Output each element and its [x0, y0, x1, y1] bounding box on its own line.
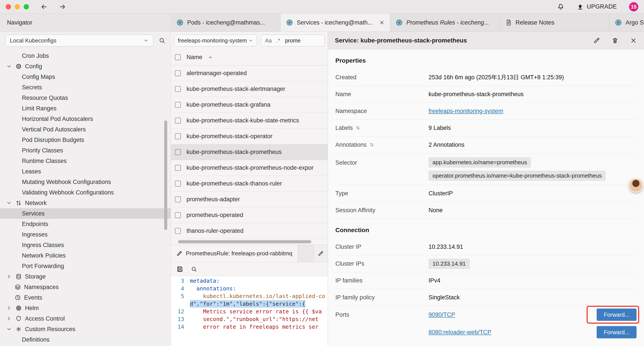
- expand-toggle-icon[interactable]: [356, 125, 360, 130]
- row-checkbox[interactable]: [175, 165, 181, 171]
- tab-pods[interactable]: Pods - icecheng@mathmas...: [171, 13, 280, 31]
- row-checkbox[interactable]: [175, 196, 181, 202]
- sidebar-item-cron-jobs[interactable]: Cron Jobs: [0, 50, 171, 61]
- detail-row-namespace: Namespace freeleaps-monitoring-system: [335, 103, 636, 120]
- editor-line: 14 error rate in freeleaps metrics ser: [171, 323, 328, 331]
- chevron-right-icon: [6, 305, 12, 311]
- sidebar-item-mutating-webhook-configurations[interactable]: Mutating Webhook Configurations: [0, 177, 171, 187]
- table-row[interactable]: kube-prometheus-stack-operator: [171, 129, 328, 144]
- sidebar-search-icon[interactable]: [158, 37, 166, 44]
- sidebar-item-vertical-pod-autoscalers[interactable]: Vertical Pod Autoscalers: [0, 124, 171, 135]
- search-input[interactable]: Aa .* prome: [261, 34, 325, 46]
- row-checkbox[interactable]: [175, 212, 181, 218]
- close-tab-icon[interactable]: [379, 20, 385, 25]
- tab-argo[interactable]: Argo Se: [609, 13, 644, 31]
- close-window-button[interactable]: [6, 4, 11, 9]
- forward-button-8080[interactable]: Forward...: [597, 326, 636, 338]
- forward-icon[interactable]: [59, 3, 66, 10]
- sidebar-item-resource-quotas[interactable]: Resource Quotas: [0, 93, 171, 103]
- sort-ascending-icon[interactable]: [208, 55, 213, 60]
- port-line: 8080:reloader-web/TCP Forward...: [335, 324, 636, 341]
- sidebar-item-label: Secrets: [22, 84, 42, 91]
- sidebar-scrollbar[interactable]: [164, 120, 167, 230]
- kubeconfig-selector-value: Local Kubeconfigs: [10, 37, 56, 44]
- regex-toggle[interactable]: .*: [277, 37, 280, 44]
- sidebar-item-config[interactable]: Config: [0, 61, 171, 72]
- table-row[interactable]: kube-prometheus-stack-kube-state-metrics: [171, 113, 328, 129]
- row-checkbox[interactable]: [175, 70, 181, 76]
- sidebar-item-priority-classes[interactable]: Priority Classes: [0, 145, 171, 156]
- sidebar-item-pod-disruption-budgets[interactable]: Pod Disruption Budgets: [0, 135, 171, 145]
- match-case-toggle[interactable]: Aa: [265, 37, 272, 44]
- port-link-8080[interactable]: 8080:reloader-web/TCP: [428, 329, 492, 336]
- table-row[interactable]: kube-prometheus-stack-alertmanager: [171, 81, 328, 97]
- table-row[interactable]: kube-prometheus-stack-prometheus-node-ex…: [171, 160, 328, 176]
- port-link-9090[interactable]: 9090/TCP: [428, 311, 455, 318]
- horizontal-scrollbar-thumb[interactable]: [178, 240, 311, 243]
- row-checkbox[interactable]: [175, 133, 181, 139]
- line-number: [171, 300, 190, 308]
- tab-prometheus-rules[interactable]: Prometheus Rules - icecheng...: [390, 13, 500, 31]
- edit-pencil-icon[interactable]: [593, 37, 600, 44]
- detail-label: Name: [335, 91, 428, 98]
- sidebar-item-custom-resources[interactable]: Custom Resources: [0, 324, 171, 335]
- sidebar-item-leases[interactable]: Leases: [0, 166, 171, 177]
- tab-services[interactable]: Services - icecheng@math...: [280, 13, 390, 31]
- sidebar-item-secrets[interactable]: Secrets: [0, 82, 171, 93]
- table-row[interactable]: prometheus-adapter: [171, 192, 328, 207]
- select-all-checkbox[interactable]: [175, 54, 181, 60]
- save-icon[interactable]: [176, 266, 183, 273]
- table-row[interactable]: prometheus-operated: [171, 207, 328, 223]
- avatar[interactable]: [629, 178, 643, 193]
- sidebar-item-network[interactable]: Network: [0, 198, 171, 208]
- sidebar-item-events[interactable]: Events: [0, 292, 171, 303]
- table-row[interactable]: kube-prometheus-stack-thanos-ruler: [171, 176, 328, 192]
- sidebar-item-definitions[interactable]: Definitions: [0, 335, 171, 345]
- sidebar-item-helm[interactable]: Helm: [0, 303, 171, 313]
- sidebar-item-network-policies[interactable]: Network Policies: [0, 250, 171, 261]
- table-row[interactable]: alertmanager-operated: [171, 65, 328, 81]
- sidebar-item-endpoints[interactable]: Endpoints: [0, 219, 171, 229]
- sidebar-item-ingresses[interactable]: Ingresses: [0, 229, 171, 240]
- sidebar-item-storage[interactable]: Storage: [0, 271, 171, 282]
- table-row[interactable]: kube-prometheus-stack-grafana: [171, 97, 328, 113]
- tab-release-notes[interactable]: Release Notes: [500, 13, 609, 31]
- namespace-filter-select[interactable]: freeleaps-monitoring-system: [174, 34, 257, 46]
- sidebar-item-ingress-classes[interactable]: Ingress Classes: [0, 240, 171, 250]
- dock-tab-prometheusrule[interactable]: PrometheusRule: freeleaps-prod-rabbitmq: [171, 245, 298, 262]
- upgrade-button[interactable]: UPGRADE: [577, 3, 617, 10]
- row-checkbox[interactable]: [175, 181, 181, 187]
- sidebar-item-validating-webhook-configurations[interactable]: Validating Webhook Configurations: [0, 187, 171, 198]
- table-row-selected[interactable]: kube-prometheus-stack-prometheus: [171, 144, 328, 160]
- row-checkbox[interactable]: [175, 86, 181, 92]
- dock-tab-partial[interactable]: [314, 245, 328, 262]
- kubernetes-icon: [615, 19, 622, 26]
- sidebar-item-services[interactable]: Services: [0, 208, 171, 219]
- sidebar-item-config-maps[interactable]: Config Maps: [0, 72, 171, 82]
- notification-count-badge[interactable]: 15: [629, 2, 638, 11]
- sidebar-item-access-control[interactable]: Access Control: [0, 313, 171, 324]
- forward-button-9090[interactable]: Forward...: [597, 309, 636, 321]
- table-row[interactable]: thanos-ruler-operated: [171, 223, 328, 239]
- sidebar-item-namespaces[interactable]: Namespaces: [0, 282, 171, 292]
- minimize-window-button[interactable]: [15, 4, 20, 9]
- namespace-link[interactable]: freeleaps-monitoring-system: [428, 108, 503, 114]
- row-checkbox[interactable]: [175, 102, 181, 108]
- sidebar-item-runtime-classes[interactable]: Runtime Classes: [0, 156, 171, 166]
- sidebar-item-port-forwarding[interactable]: Port Forwarding: [0, 261, 171, 271]
- name-column-header[interactable]: Name: [186, 54, 202, 61]
- kubeconfig-selector[interactable]: Local Kubeconfigs: [5, 34, 153, 46]
- notifications-bell-icon[interactable]: [557, 3, 564, 10]
- close-details-icon[interactable]: [630, 37, 637, 44]
- row-checkbox[interactable]: [175, 118, 181, 123]
- zoom-window-button[interactable]: [24, 4, 29, 9]
- sidebar-item-horizontal-pod-autoscalers[interactable]: Horizontal Pod Autoscalers: [0, 114, 171, 124]
- back-icon[interactable]: [40, 3, 48, 10]
- delete-trash-icon[interactable]: [612, 37, 618, 44]
- yaml-editor[interactable]: 3metadata: 4 annotations: 5 kubectl.kube…: [171, 276, 328, 346]
- row-checkbox[interactable]: [175, 149, 181, 155]
- expand-toggle-icon[interactable]: [369, 142, 374, 147]
- editor-search-icon[interactable]: [191, 266, 197, 272]
- row-checkbox[interactable]: [175, 228, 181, 234]
- sidebar-item-limit-ranges[interactable]: Limit Ranges: [0, 103, 171, 114]
